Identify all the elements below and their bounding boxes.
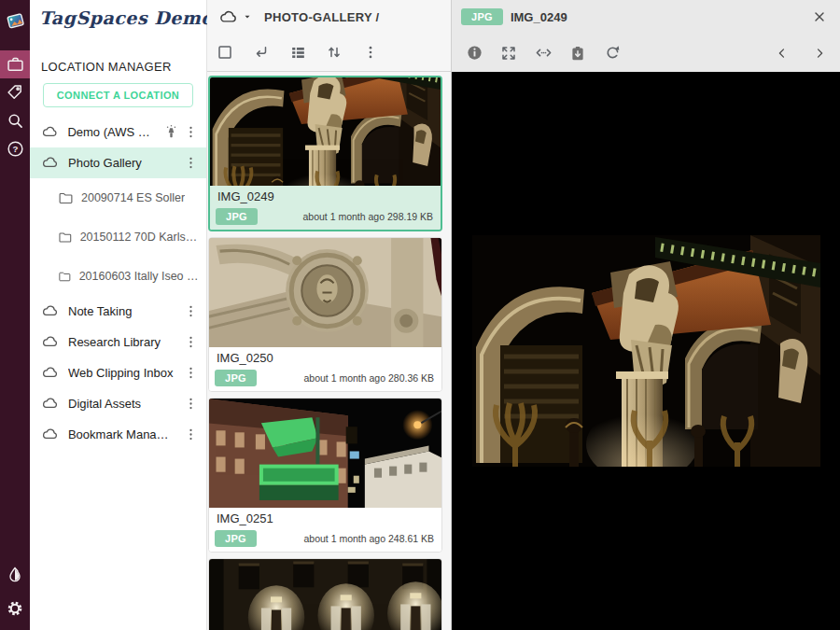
file-meta: about 1 month ago 298.19 KB [302,211,433,222]
file-type-tag[interactable]: JPG [215,530,257,547]
sort-icon [326,44,343,61]
location-item-web-clipping-inbox[interactable]: Web Clipping Inbox [30,357,206,388]
cloud-icon [41,154,59,172]
more-vertical-icon[interactable] [183,365,199,381]
more-vertical-icon[interactable] [183,303,199,319]
contrast-icon [6,566,24,584]
file-viewer-panel: JPG IMG_0249 [451,0,840,630]
gear-icon [6,599,24,618]
select-all-button[interactable] [216,43,234,62]
file-grid: IMG_0249 JPG about 1 month ago 298.19 KB… [207,72,451,630]
download-button[interactable] [568,44,587,63]
file-thumbnail [209,559,441,630]
cloud-icon [41,364,59,382]
parent-folder-icon [253,44,270,61]
location-item-photo-gallery[interactable]: Photo Gallery [30,147,206,178]
close-viewer-button[interactable] [810,7,829,26]
folder-icon [58,230,73,245]
file-title: IMG_0249 [210,186,441,205]
more-vertical-icon[interactable] [183,155,199,171]
location-item-note-taking[interactable]: Note Taking [30,296,206,327]
cloud-icon [41,302,59,320]
more-vertical-icon [362,44,379,61]
fullscreen-icon [500,45,517,62]
image-preview-stage[interactable] [452,72,840,630]
file-type-tag[interactable]: JPG [216,208,258,225]
more-vertical-icon[interactable] [183,427,199,442]
file-card-img-0250[interactable]: IMG_0250 JPG about 1 month ago 280.36 KB [208,237,442,392]
file-browser-panel: PHOTO-GALLERY / [207,0,451,630]
app-header: TagSpaces Demo v3.2.6 [30,0,206,37]
cloud-icon [218,7,238,27]
file-type-tag[interactable]: JPG [215,370,257,386]
rail-open-location-button[interactable] [0,50,30,78]
file-card-img-0251[interactable]: IMG_0251 JPG about 1 month ago 248.61 KB [208,398,442,553]
file-meta: about 1 month ago 248.61 KB [303,533,434,544]
cloud-icon [41,426,59,443]
tagspaces-app-window: ? TagSpaces Demo v3.2.6 LOCATION MANAGER… [0,0,840,630]
close-icon [812,9,827,24]
reload-icon [604,44,622,62]
search-icon [6,111,25,131]
tag-icon [6,83,25,103]
previewed-image [472,235,820,467]
connect-location-button[interactable]: CONNECT A LOCATION [43,83,193,107]
location-item-bookmark-manager[interactable]: Bookmark Manager [30,419,206,450]
location-manager-panel: TagSpaces Demo v3.2.6 LOCATION MANAGER C… [30,0,207,630]
sort-button[interactable] [325,43,343,62]
location-item-research-library[interactable]: Research Library [30,327,206,357]
cloud-icon [41,333,59,351]
file-card-img-0249[interactable]: IMG_0249 JPG about 1 month ago 298.19 KB [208,76,442,231]
rail-settings-button[interactable] [0,595,30,623]
breadcrumb[interactable]: PHOTO-GALLERY / [207,0,451,34]
next-file-button[interactable] [810,44,829,63]
rail-tag-library-button[interactable] [0,78,30,106]
caret-down-icon[interactable] [242,11,253,22]
reload-button[interactable] [603,44,622,63]
chevron-right-icon [813,47,826,60]
rail-search-button[interactable] [0,106,30,134]
section-title: LOCATION MANAGER [41,60,206,74]
cloud-icon [41,123,58,141]
file-card-partial[interactable] [208,558,442,630]
app-title: TagSpaces Demo [39,7,214,28]
wand-icon[interactable] [163,124,179,140]
file-meta: about 1 month ago 280.36 KB [303,372,434,384]
current-path-label: PHOTO-GALLERY / [264,10,379,24]
svg-text:?: ? [12,143,18,153]
cloud-icon [41,395,59,413]
download-icon [569,45,586,62]
more-vertical-icon[interactable] [183,334,199,350]
rail-help-button[interactable]: ? [0,134,30,162]
previous-file-button[interactable] [773,44,791,63]
tagspaces-logo-icon[interactable] [0,4,30,37]
file-thumbnail [209,399,441,508]
go-to-parent-button[interactable] [252,43,271,62]
folder-item-es-soller[interactable]: 20090714 ES Soller [30,178,206,217]
select-all-icon [217,44,233,61]
more-vertical-icon[interactable] [183,396,199,412]
help-icon: ? [6,139,25,159]
file-title: IMG_0250 [209,347,441,367]
code-icon [535,44,553,62]
browser-toolbar [207,34,451,72]
file-info-button[interactable] [465,44,483,63]
fullscreen-button[interactable] [499,44,518,63]
info-icon [466,44,483,62]
embed-code-button[interactable] [534,44,553,63]
chevron-left-icon [776,47,789,60]
more-vertical-icon[interactable] [183,124,199,140]
briefcase-icon [6,55,25,75]
more-options-button[interactable] [361,43,380,62]
viewer-toolbar [452,34,840,72]
folder-item-itally-iseo[interactable]: 20160603 Itally Iseo Chri... [30,257,206,296]
folder-icon [58,190,74,206]
app-icon-rail: ? [0,0,30,630]
location-item-digital-assets[interactable]: Digital Assets [30,388,206,419]
rail-theme-toggle-button[interactable] [0,561,30,589]
file-thumbnail [209,238,441,347]
location-item-demo-aws-s3[interactable]: Demo (AWS S3) [30,117,206,147]
folder-item-70d-karlsruhe[interactable]: 20150112 70D Karlsruhe [30,217,206,257]
file-thumbnail [210,77,441,186]
view-mode-button[interactable] [288,43,307,62]
